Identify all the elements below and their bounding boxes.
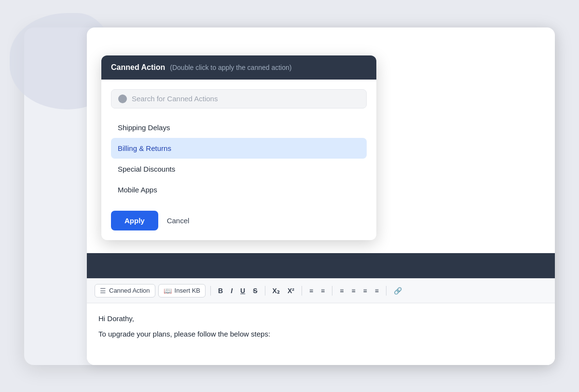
canned-item-mobile-apps[interactable]: Mobile Apps	[111, 179, 367, 200]
toolbar-separator-4	[332, 286, 332, 296]
cancel-button[interactable]: Cancel	[165, 211, 192, 230]
italic-button[interactable]: I	[228, 285, 235, 297]
canned-item-billing-returns[interactable]: Billing & Returns	[111, 138, 367, 159]
popup-subtitle: (Double click to apply the canned action…	[170, 64, 291, 71]
editor-line-2: To upgrade your plans, please follow the…	[98, 328, 543, 340]
align-center-button[interactable]: ≡	[349, 285, 358, 297]
page-background: Canned Action (Double click to apply the…	[24, 27, 555, 365]
align-right-button[interactable]: ≡	[361, 285, 370, 297]
canned-action-popup: Canned Action (Double click to apply the…	[101, 55, 376, 240]
editor-content[interactable]: Hi Dorathy, To upgrade your plans, pleas…	[87, 303, 555, 365]
ordered-list-button[interactable]: ≡	[318, 285, 327, 297]
toolbar-separator-1	[210, 286, 211, 296]
link-button[interactable]: 🔗	[391, 285, 404, 297]
superscript-button[interactable]: X²	[285, 285, 297, 297]
apply-button[interactable]: Apply	[111, 211, 158, 230]
editor-top-bar	[87, 253, 555, 278]
canned-action-icon: ☰	[100, 287, 106, 295]
toolbar-separator-2	[265, 286, 265, 296]
insert-kb-icon: 📖	[164, 287, 172, 295]
unordered-list-button[interactable]: ≡	[307, 285, 316, 297]
popup-header: Canned Action (Double click to apply the…	[101, 55, 376, 80]
align-left-button[interactable]: ≡	[337, 285, 346, 297]
popup-title: Canned Action	[111, 63, 165, 72]
search-bar[interactable]: Search for Canned Actions	[111, 89, 367, 108]
align-justify-button[interactable]: ≡	[372, 285, 381, 297]
insert-kb-toolbar-button[interactable]: 📖 Insert KB	[158, 284, 206, 297]
popup-body: Search for Canned Actions Shipping Delay…	[101, 80, 376, 240]
underline-button[interactable]: U	[238, 285, 248, 297]
editor-line-1: Hi Dorathy,	[98, 313, 543, 324]
strikethrough-button[interactable]: S	[250, 285, 260, 297]
toolbar-separator-5	[386, 286, 386, 296]
bold-button[interactable]: B	[216, 285, 225, 297]
search-icon	[118, 95, 127, 103]
popup-actions: Apply Cancel	[111, 209, 367, 230]
editor-toolbar: ☰ Canned Action 📖 Insert KB B I U S X₂ X…	[87, 278, 555, 303]
canned-actions-list: Shipping Delays Billing & Returns Specia…	[111, 117, 367, 200]
search-placeholder: Search for Canned Actions	[132, 95, 218, 103]
editor-panel: Canned Action (Double click to apply the…	[87, 27, 555, 365]
toolbar-separator-3	[302, 286, 302, 296]
canned-action-toolbar-button[interactable]: ☰ Canned Action	[95, 284, 155, 297]
canned-item-shipping-delays[interactable]: Shipping Delays	[111, 117, 367, 138]
canned-item-special-discounts[interactable]: Special Discounts	[111, 159, 367, 179]
subscript-button[interactable]: X₂	[270, 285, 282, 297]
